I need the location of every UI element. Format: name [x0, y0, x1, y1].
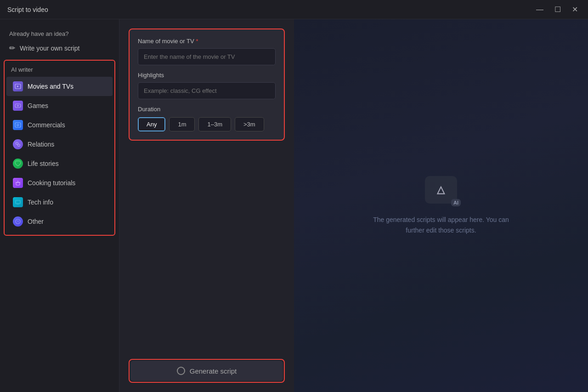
duration-label: Duration [138, 106, 276, 113]
svg-rect-2 [15, 123, 21, 127]
sidebar-item-relations[interactable]: Relations [6, 135, 113, 154]
generate-area: Generate script [129, 359, 285, 383]
highlights-input[interactable] [138, 82, 276, 99]
title-bar-left: Script to video [7, 6, 48, 13]
sidebar-item-cooking[interactable]: Cooking tutorials [6, 173, 113, 193]
minimize-button[interactable]: — [533, 5, 546, 15]
ai-writer-label: AI writer [5, 64, 114, 77]
relations-icon [13, 139, 23, 149]
close-button[interactable]: ✕ [569, 4, 581, 15]
sidebar-item-movies[interactable]: Movies and TVs [6, 77, 113, 96]
ai-logo-box: △ AI [425, 176, 457, 204]
svg-point-5 [18, 144, 20, 147]
sidebar-item-life-label: Life stories [28, 160, 59, 167]
sidebar-item-commercials-label: Commercials [28, 121, 65, 129]
right-panel: △ AI The generated scripts will appear h… [294, 19, 588, 392]
title-bar: Script to video — ☐ ✕ [0, 0, 588, 19]
movie-label: Name of movie or TV * [138, 38, 276, 45]
generate-script-label: Generate script [190, 367, 237, 375]
main-layout: Already have an idea? ✏ Write your own s… [0, 19, 588, 392]
svg-point-4 [16, 142, 18, 145]
duration-1m-button[interactable]: 1m [169, 117, 195, 131]
maximize-button[interactable]: ☐ [552, 4, 564, 15]
svg-rect-6 [16, 200, 20, 204]
ai-writer-box: AI writer Movies and TVs Games Commercia… [4, 60, 115, 236]
sidebar-item-other-label: Other [28, 218, 44, 225]
sidebar-item-relations-label: Relations [28, 141, 54, 148]
sidebar-item-life[interactable]: Life stories [6, 154, 113, 173]
duration-any-button[interactable]: Any [138, 117, 165, 131]
other-icon [13, 216, 23, 227]
sidebar-item-tech[interactable]: Tech info [6, 193, 113, 212]
sidebar-item-games-label: Games [28, 102, 48, 109]
duration-3m-plus-button[interactable]: >3m [235, 117, 264, 131]
sidebar-idea-label: Already have an idea? [0, 27, 119, 39]
write-own-script-item[interactable]: ✏ Write your own script [0, 39, 119, 57]
pencil-icon: ✏ [9, 44, 15, 52]
ai-logo-text: △ [437, 184, 445, 196]
generate-btn-border: Generate script [129, 359, 285, 383]
duration-1-3m-button[interactable]: 1–3m [198, 117, 231, 131]
center-panel: Name of movie or TV * Highlights Duratio… [119, 19, 294, 392]
right-panel-description: The generated scripts will appear here. … [363, 215, 519, 235]
sidebar-item-movies-label: Movies and TVs [28, 83, 74, 90]
form-box: Name of movie or TV * Highlights Duratio… [129, 28, 285, 141]
games-icon [13, 101, 23, 111]
svg-point-3 [17, 124, 19, 126]
duration-buttons: Any 1m 1–3m >3m [138, 117, 276, 131]
sidebar-item-cooking-label: Cooking tutorials [28, 179, 75, 187]
highlights-label: Highlights [138, 72, 276, 79]
sidebar-item-tech-label: Tech info [28, 199, 53, 206]
required-star: * [196, 38, 198, 45]
generate-icon [177, 367, 185, 375]
ai-logo-area: △ AI [425, 176, 457, 204]
commercials-icon [13, 120, 23, 130]
sidebar-item-other[interactable]: Other [6, 212, 113, 231]
sidebar: Already have an idea? ✏ Write your own s… [0, 19, 119, 392]
app-title: Script to video [7, 6, 48, 13]
cooking-icon [13, 178, 23, 188]
life-icon [13, 159, 23, 169]
ai-badge: AI [451, 199, 461, 206]
title-bar-controls: — ☐ ✕ [533, 4, 581, 15]
generate-script-button[interactable]: Generate script [130, 361, 283, 381]
sidebar-item-games[interactable]: Games [6, 96, 113, 115]
sidebar-item-commercials[interactable]: Commercials [6, 115, 113, 135]
write-own-script-label: Write your own script [20, 45, 79, 52]
movies-icon [13, 81, 23, 91]
tech-icon [13, 197, 23, 207]
movie-input[interactable] [138, 48, 276, 65]
